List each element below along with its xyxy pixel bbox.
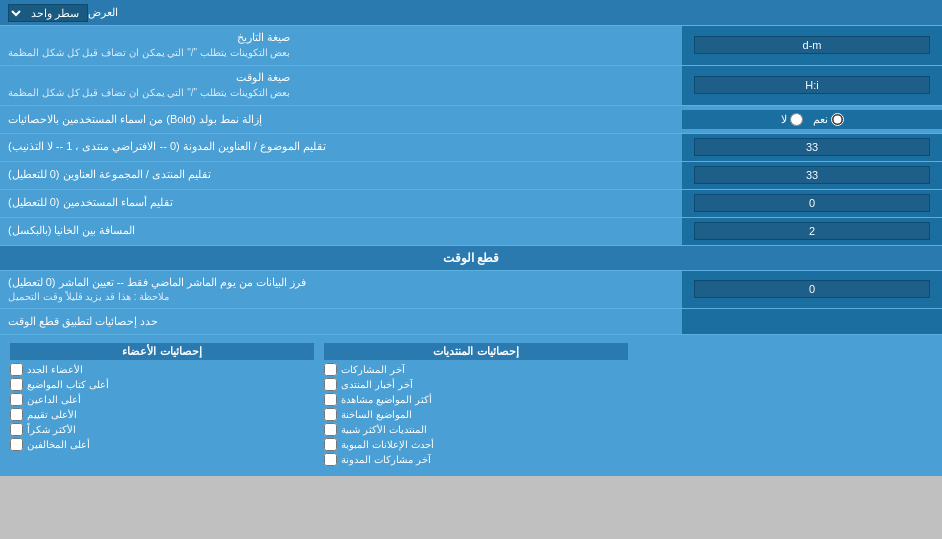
member-stats-header: إحصائيات الأعضاء (10, 343, 314, 360)
checkbox-columns-container: إحصائيات المنتديات آخر المشاركات آخر أخب… (5, 340, 937, 471)
classifieds-checkbox[interactable] (324, 438, 337, 451)
most-viewed-label: أكثر المواضيع مشاهدة (341, 394, 432, 405)
time-cut-input[interactable] (694, 280, 930, 298)
last-posts-checkbox[interactable] (324, 363, 337, 376)
forum-stats-header: إحصائيات المنتديات (324, 343, 628, 360)
time-cut-label: فرز البيانات من يوم الماشر الماضي فقط --… (0, 271, 682, 308)
display-label: العرض (88, 6, 934, 19)
last-posts-item: آخر المشاركات (324, 363, 628, 376)
display-header-row: العرض سطر واحد سطران ثلاثة أسطر (0, 0, 942, 26)
forum-news-item: آخر أخبار المنتدى (324, 378, 628, 391)
top-posters-label: أعلى كتاب المواضيع (27, 379, 109, 390)
time-cut-header: قطع الوقت (0, 246, 942, 271)
blog-posts-label: آخر مشاركات المدونة (341, 454, 431, 465)
last-posts-label: آخر المشاركات (341, 364, 405, 375)
top-inviters-label: أعلى الداعين (27, 394, 81, 405)
top-rated-label: الأعلى تقييم (27, 409, 77, 420)
top-posters-item: أعلى كتاب المواضيع (10, 378, 314, 391)
hot-topics-item: المواضيع الساخنة (324, 408, 628, 421)
time-format-input[interactable] (694, 76, 930, 94)
forum-trim-input[interactable] (694, 166, 930, 184)
username-trim-label: تقليم أسماء المستخدمين (0 للتعطيل) (0, 190, 682, 217)
forum-trim-input-container (682, 162, 942, 189)
most-viewed-checkbox[interactable] (324, 393, 337, 406)
username-trim-input[interactable] (694, 194, 930, 212)
bold-remove-label: إزالة نمط بولد (Bold) من اسماء المستخدمي… (0, 109, 682, 130)
username-trim-row: تقليم أسماء المستخدمين (0 للتعطيل) (0, 190, 942, 218)
bold-yes-label[interactable]: نعم (813, 113, 844, 126)
similar-forums-label: المنتديات الأكثر شبية (341, 424, 427, 435)
new-members-label: الأعضاء الجدد (27, 364, 83, 375)
most-viewed-item: أكثر المواضيع مشاهدة (324, 393, 628, 406)
bold-no-radio[interactable] (790, 113, 803, 126)
similar-forums-item: المنتديات الأكثر شبية (324, 423, 628, 436)
time-format-label: صيغة الوقتبعض التكوينات يتطلب "/" التي ي… (0, 66, 682, 105)
top-violators-label: أعلى المخالفين (27, 439, 90, 450)
cell-spacing-input-container (682, 218, 942, 245)
bold-yes-radio[interactable] (831, 113, 844, 126)
apply-label: حدد إحصائيات لتطبيق قطع الوقت (0, 309, 682, 334)
most-thanks-checkbox[interactable] (10, 423, 23, 436)
time-format-input-container (682, 66, 942, 105)
top-posters-checkbox[interactable] (10, 378, 23, 391)
classifieds-label: أحدث الإعلانات المبوبة (341, 439, 434, 450)
time-cut-row: فرز البيانات من يوم الماشر الماضي فقط --… (0, 271, 942, 309)
top-inviters-item: أعلى الداعين (10, 393, 314, 406)
classifieds-item: أحدث الإعلانات المبوبة (324, 438, 628, 451)
most-thanks-label: الأكثر شكراً (27, 424, 76, 435)
display-dropdown[interactable]: سطر واحد سطران ثلاثة أسطر (8, 4, 88, 22)
forum-news-checkbox[interactable] (324, 378, 337, 391)
subject-trim-row: تقليم الموضوع / العناوين المدونة (0 -- ا… (0, 134, 942, 162)
date-format-label: صيغة التاريخبعض التكوينات يتطلب "/" التي… (0, 26, 682, 65)
bold-no-label[interactable]: لا (781, 113, 803, 126)
forum-news-label: آخر أخبار المنتدى (341, 379, 413, 390)
hot-topics-label: المواضيع الساخنة (341, 409, 412, 420)
date-format-row: صيغة التاريخبعض التكوينات يتطلب "/" التي… (0, 26, 942, 66)
date-format-input[interactable] (694, 36, 930, 54)
time-format-row: صيغة الوقتبعض التكوينات يتطلب "/" التي ي… (0, 66, 942, 106)
checkbox-area: إحصائيات المنتديات آخر المشاركات آخر أخب… (0, 335, 942, 476)
top-rated-checkbox[interactable] (10, 408, 23, 421)
hot-topics-checkbox[interactable] (324, 408, 337, 421)
subject-trim-input[interactable] (694, 138, 930, 156)
date-format-input-container (682, 26, 942, 65)
similar-forums-checkbox[interactable] (324, 423, 337, 436)
forum-trim-label: تقليم المنتدى / المجموعة العناوين (0 للت… (0, 162, 682, 189)
cell-spacing-input[interactable] (694, 222, 930, 240)
subject-trim-label: تقليم الموضوع / العناوين المدونة (0 -- ا… (0, 134, 682, 161)
main-container: العرض سطر واحد سطران ثلاثة أسطر صيغة الت… (0, 0, 942, 476)
new-members-checkbox[interactable] (10, 363, 23, 376)
subject-trim-input-container (682, 134, 942, 161)
forum-trim-row: تقليم المنتدى / المجموعة العناوين (0 للت… (0, 162, 942, 190)
blog-posts-item: آخر مشاركات المدونة (324, 453, 628, 466)
username-trim-input-container (682, 190, 942, 217)
apply-row: حدد إحصائيات لتطبيق قطع الوقت (0, 309, 942, 335)
forum-stats-col: إحصائيات المنتديات آخر المشاركات آخر أخب… (319, 340, 633, 471)
cell-spacing-label: المسافة بين الخانيا (بالبكسل) (0, 218, 682, 245)
blog-posts-checkbox[interactable] (324, 453, 337, 466)
top-inviters-checkbox[interactable] (10, 393, 23, 406)
empty-left (633, 340, 937, 471)
most-thanks-item: الأكثر شكراً (10, 423, 314, 436)
top-violators-item: أعلى المخالفين (10, 438, 314, 451)
top-rated-item: الأعلى تقييم (10, 408, 314, 421)
top-violators-checkbox[interactable] (10, 438, 23, 451)
bold-radio-controls: نعم لا (682, 110, 942, 129)
member-stats-col: إحصائيات الأعضاء الأعضاء الجدد أعلى كتاب… (5, 340, 319, 471)
cell-spacing-row: المسافة بين الخانيا (بالبكسل) (0, 218, 942, 246)
bold-remove-row: نعم لا إزالة نمط بولد (Bold) من اسماء ال… (0, 106, 942, 134)
new-members-item: الأعضاء الجدد (10, 363, 314, 376)
time-cut-input-container (682, 271, 942, 308)
